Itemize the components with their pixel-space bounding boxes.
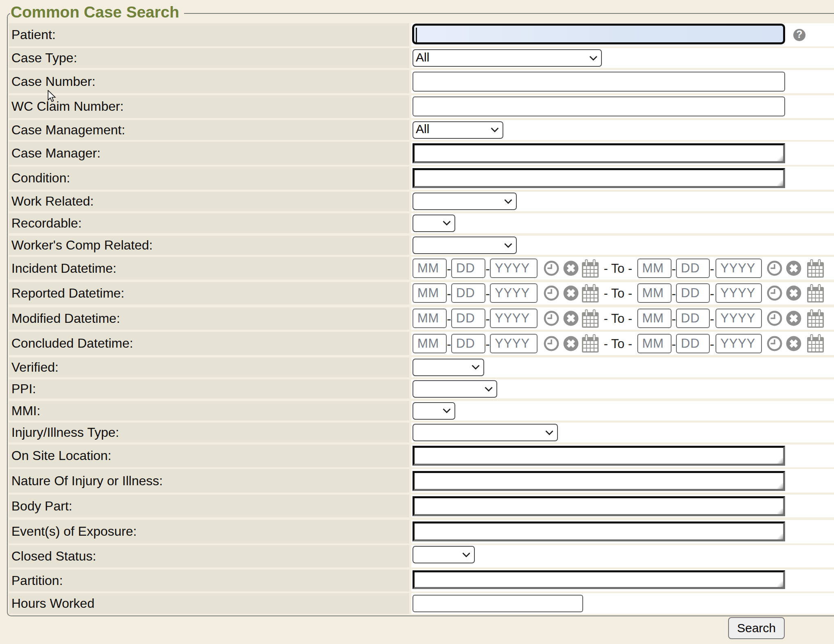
svg-text:?: ? (796, 28, 802, 40)
